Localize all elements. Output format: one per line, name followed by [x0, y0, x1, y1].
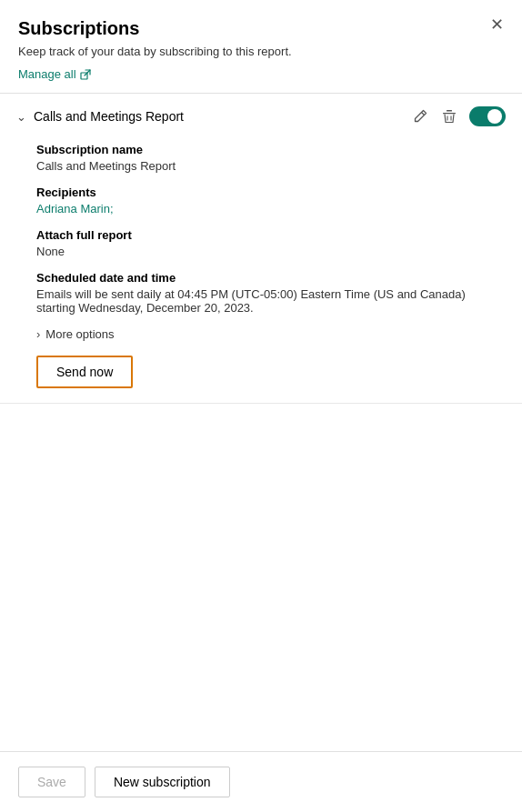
recipients-label: Recipients — [36, 185, 504, 199]
panel-title: Subscriptions — [18, 18, 504, 39]
subscription-name-value: Calls and Meetings Report — [36, 159, 504, 173]
external-link-icon — [80, 69, 91, 80]
more-options-chevron-icon: › — [36, 327, 40, 341]
schedule-value: Emails will be sent daily at 04:45 PM (U… — [36, 287, 504, 315]
delete-button[interactable] — [440, 107, 458, 125]
subscription-section: ⌄ Calls and Meetings Report — [0, 94, 522, 404]
attach-report-value: None — [36, 245, 504, 258]
collapse-chevron-icon[interactable]: ⌄ — [16, 110, 26, 124]
panel-content: ⌄ Calls and Meetings Report — [0, 94, 522, 751]
schedule-label: Scheduled date and time — [36, 271, 504, 285]
panel-header: Subscriptions Keep track of your data by… — [0, 0, 522, 94]
panel-footer: Save New subscription — [0, 751, 522, 812]
more-options-row[interactable]: › More options — [36, 327, 504, 341]
active-toggle[interactable] — [469, 106, 506, 126]
delete-icon — [442, 109, 457, 124]
subscription-name-label: Subscription name — [36, 143, 504, 156]
send-now-button[interactable]: Send now — [36, 356, 133, 388]
edit-button[interactable] — [411, 107, 429, 125]
subscription-name-header: Calls and Meetings Report — [34, 109, 184, 124]
attach-report-field: Attach full report None — [36, 228, 504, 258]
subscription-name-field: Subscription name Calls and Meetings Rep… — [36, 143, 504, 173]
subscription-body: Subscription name Calls and Meetings Rep… — [0, 139, 522, 403]
attach-report-label: Attach full report — [36, 228, 504, 242]
panel-subtitle: Keep track of your data by subscribing t… — [18, 45, 504, 58]
close-icon: ✕ — [490, 15, 504, 34]
new-subscription-button[interactable]: New subscription — [95, 767, 230, 797]
recipients-field: Recipients Adriana Marin; — [36, 185, 504, 216]
svg-rect-4 — [447, 110, 452, 112]
svg-rect-3 — [443, 113, 456, 114]
subscription-header-right — [411, 106, 506, 126]
recipients-value[interactable]: Adriana Marin; — [36, 202, 504, 216]
schedule-field: Scheduled date and time Emails will be s… — [36, 271, 504, 315]
manage-all-link[interactable]: Manage all — [18, 67, 91, 81]
subscription-header-row: ⌄ Calls and Meetings Report — [0, 94, 522, 139]
more-options-label: More options — [45, 327, 114, 341]
save-button[interactable]: Save — [18, 767, 85, 797]
edit-icon — [413, 109, 427, 124]
close-button[interactable]: ✕ — [487, 13, 507, 36]
subscriptions-panel: ✕ Subscriptions Keep track of your data … — [0, 0, 522, 812]
manage-all-label: Manage all — [18, 67, 76, 81]
svg-line-2 — [422, 113, 425, 115]
subscription-header-left: ⌄ Calls and Meetings Report — [16, 109, 184, 124]
